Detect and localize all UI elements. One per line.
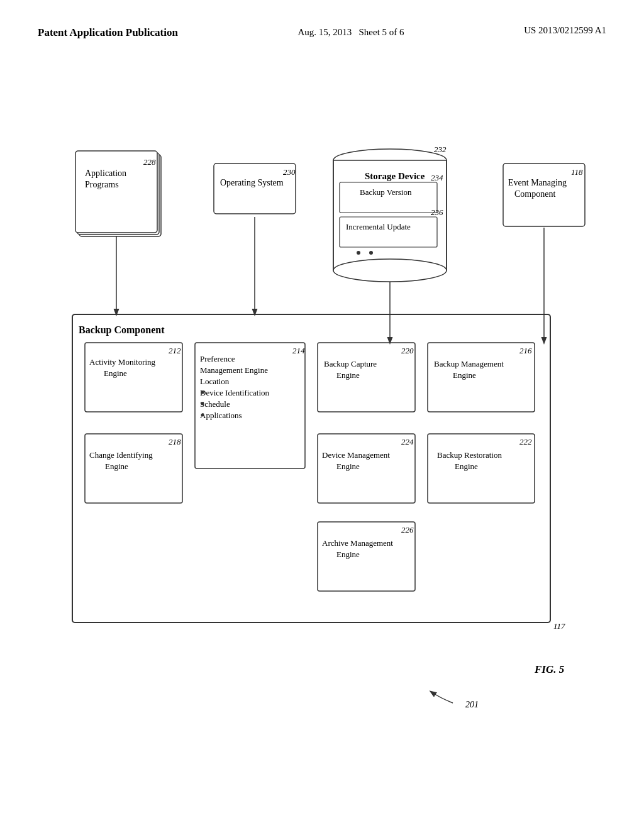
svg-text:228: 228	[143, 157, 156, 167]
svg-text:Backup Restoration: Backup Restoration	[437, 450, 502, 460]
svg-rect-30	[85, 343, 182, 412]
svg-point-41	[201, 391, 204, 394]
svg-text:230: 230	[283, 167, 296, 177]
svg-rect-45	[318, 343, 415, 412]
diagram-svg: Application Programs 228 Operating Syste…	[19, 82, 623, 711]
page-header: Patent Application Publication Aug. 15, …	[0, 25, 644, 40]
svg-rect-53	[85, 434, 182, 503]
svg-text:Device Management: Device Management	[322, 450, 390, 460]
svg-text:Programs: Programs	[85, 180, 119, 189]
svg-text:234: 234	[431, 173, 443, 182]
svg-text:Backup Version: Backup Version	[360, 187, 412, 197]
svg-text:Schedule: Schedule	[200, 399, 230, 409]
svg-text:Applications: Applications	[200, 411, 242, 420]
svg-rect-65	[318, 522, 415, 591]
svg-point-11	[333, 259, 447, 282]
svg-text:117: 117	[553, 621, 565, 631]
svg-text:Archive Management: Archive Management	[322, 538, 393, 548]
svg-text:226: 226	[401, 525, 414, 534]
svg-text:118: 118	[571, 167, 583, 177]
svg-text:FIG. 5: FIG. 5	[534, 663, 565, 675]
svg-text:Device Identification: Device Identification	[200, 388, 270, 397]
svg-text:224: 224	[401, 437, 414, 446]
svg-point-22	[357, 251, 360, 255]
svg-text:Engine: Engine	[336, 462, 360, 471]
svg-text:Backup Component: Backup Component	[79, 324, 165, 336]
svg-text:232: 232	[434, 145, 447, 154]
svg-text:Management Engine: Management Engine	[200, 365, 268, 375]
svg-text:Engine: Engine	[455, 462, 478, 471]
svg-text:Location: Location	[200, 377, 230, 386]
svg-text:Application: Application	[85, 169, 126, 178]
svg-text:Preference: Preference	[200, 354, 235, 363]
header-date-sheet: Aug. 15, 2013 Sheet 5 of 6	[297, 25, 404, 40]
svg-text:216: 216	[519, 346, 532, 355]
svg-text:Event Managing: Event Managing	[508, 178, 567, 187]
svg-text:212: 212	[169, 346, 181, 355]
svg-point-23	[369, 251, 373, 255]
svg-text:220: 220	[401, 346, 414, 355]
svg-text:222: 222	[519, 437, 532, 446]
svg-text:Engine: Engine	[453, 370, 476, 380]
patent-publication-label: Patent Application Publication	[38, 25, 178, 40]
svg-text:201: 201	[465, 700, 479, 709]
svg-text:218: 218	[169, 437, 181, 446]
svg-rect-49	[428, 343, 535, 412]
svg-text:Engine: Engine	[336, 370, 360, 380]
svg-text:214: 214	[292, 346, 305, 355]
svg-text:236: 236	[431, 208, 443, 217]
svg-text:Engine: Engine	[104, 368, 127, 378]
svg-text:Incremental Update: Incremental Update	[346, 222, 411, 231]
svg-text:Storage Device: Storage Device	[365, 171, 425, 181]
svg-rect-61	[428, 434, 535, 503]
svg-text:Activity Monitoring: Activity Monitoring	[89, 357, 156, 367]
svg-text:Operating System: Operating System	[220, 178, 284, 187]
svg-rect-57	[318, 434, 415, 503]
patent-number: US 2013/0212599 A1	[524, 25, 606, 36]
svg-text:Component: Component	[514, 189, 555, 199]
svg-text:Engine: Engine	[105, 462, 128, 471]
svg-text:Engine: Engine	[336, 550, 360, 559]
svg-text:Backup Management: Backup Management	[434, 359, 504, 368]
svg-text:Change Identifying: Change Identifying	[89, 450, 153, 460]
svg-text:Backup Capture: Backup Capture	[324, 359, 377, 368]
svg-point-42	[201, 402, 204, 406]
svg-point-43	[201, 414, 204, 417]
